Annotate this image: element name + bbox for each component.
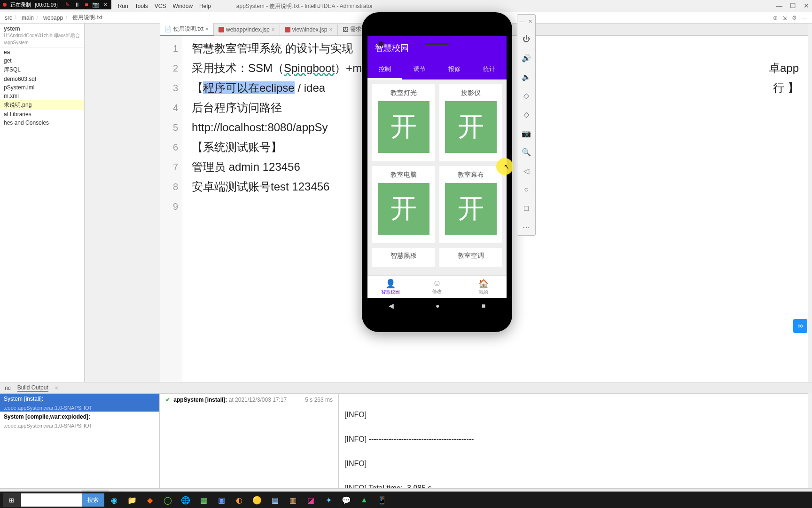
rec-pause-icon[interactable]: ⏸: [74, 1, 80, 8]
search-button[interactable]: 搜索: [82, 493, 104, 507]
emu-minimize-icon[interactable]: —: [520, 18, 525, 24]
minimize-icon[interactable]: —: [776, 2, 782, 9]
build-tab-sync[interactable]: nc: [5, 385, 11, 391]
build-console[interactable]: [INFO] [INFO] --------------------------…: [338, 393, 808, 489]
rec-camera-icon[interactable]: 📷: [93, 1, 99, 8]
overview-icon[interactable]: □: [521, 203, 531, 214]
tree-node[interactable]: 库SQL: [0, 65, 84, 75]
tree-node[interactable]: get: [0, 56, 84, 65]
task-app6-icon[interactable]: ▥: [285, 493, 301, 507]
task-intellij-icon[interactable]: ◪: [303, 493, 319, 507]
menu-tools[interactable]: Tools: [135, 3, 148, 9]
power-icon[interactable]: ⏻: [521, 34, 531, 44]
tree-node[interactable]: demo603.sql: [0, 75, 84, 83]
settings-icon[interactable]: ⚙: [792, 15, 797, 21]
tab-close-icon[interactable]: ×: [205, 26, 209, 32]
phone-camera-icon: [379, 41, 383, 46]
taskbar-search[interactable]: 搜索: [21, 493, 104, 507]
volume-up-icon[interactable]: 🔊: [521, 53, 531, 63]
emu-close-icon[interactable]: ✕: [528, 18, 532, 24]
window-title: appSystem - 使用说明.txt - IntelliJ IDEA - A…: [236, 2, 373, 10]
task-app5-icon[interactable]: ▤: [267, 493, 283, 507]
task-chrome-icon[interactable]: 🟡: [249, 493, 265, 507]
locate-icon[interactable]: ⊕: [773, 15, 778, 21]
card-light[interactable]: 教室灯光开: [372, 84, 435, 161]
rec-pencil-icon[interactable]: ✎: [64, 1, 71, 8]
task-emulator-icon[interactable]: 📱: [374, 493, 390, 507]
app-tab-repair[interactable]: 报修: [437, 60, 472, 79]
card-pc[interactable]: 教室电脑开: [372, 166, 435, 243]
task-wechat-icon[interactable]: 💬: [338, 493, 354, 507]
crumb-2[interactable]: webapp: [43, 15, 63, 21]
crumb-0[interactable]: src: [5, 15, 12, 21]
task-360-icon[interactable]: ◯: [160, 493, 176, 507]
android-back-icon[interactable]: ◀: [389, 302, 394, 310]
tree-node[interactable]: hes and Consoles: [0, 119, 84, 127]
menu-help[interactable]: Help: [199, 3, 211, 9]
tree-node[interactable]: pSystem.iml: [0, 83, 84, 92]
close-icon[interactable]: ✕: [804, 2, 809, 9]
maximize-icon[interactable]: ☐: [790, 2, 796, 9]
volume-down-icon[interactable]: 🔈: [521, 71, 531, 82]
project-tree[interactable]: ea get 库SQL demo603.sql pSystem.iml m.xm…: [0, 48, 84, 127]
card-ac[interactable]: 教室空调: [439, 248, 502, 267]
zoom-icon[interactable]: 🔍: [521, 147, 531, 157]
menu-vcs[interactable]: VCS: [155, 3, 166, 9]
task-browser-icon[interactable]: 🌐: [178, 493, 194, 507]
search-input[interactable]: [21, 493, 82, 507]
task-app-icon[interactable]: ◆: [142, 493, 158, 507]
hide-icon[interactable]: —: [802, 15, 807, 21]
nav-campus[interactable]: 👤智慧校园: [367, 276, 414, 298]
menu-window[interactable]: Window: [172, 3, 193, 9]
nav-mine[interactable]: 🏠我的: [460, 276, 507, 298]
app-tab-control[interactable]: 控制: [367, 60, 402, 79]
emulator-screen[interactable]: 智慧校园 控制 调节 报修 统计 教室灯光开 投影仪开 教室电脑开 教室幕布开 …: [367, 36, 507, 313]
task-app3-icon[interactable]: ▣: [213, 493, 229, 507]
menu-run[interactable]: Run: [118, 3, 128, 9]
build-item-selected[interactable]: System [install]:: [0, 394, 159, 404]
collapse-icon[interactable]: ⇲: [782, 15, 787, 21]
start-button[interactable]: ⊞: [3, 493, 20, 507]
rotate-right-icon[interactable]: ◇: [521, 109, 531, 119]
build-tab-output[interactable]: Build Output: [17, 384, 48, 392]
tree-node[interactable]: al Libraries: [0, 110, 84, 119]
assist-badge-icon[interactable]: ∞: [793, 319, 807, 333]
app-tab-stats[interactable]: 统计: [472, 60, 507, 79]
main-menubar: Build Run Tools VCS Window Help appSyste…: [0, 0, 812, 12]
tree-node-selected[interactable]: 求说明.png: [0, 100, 84, 110]
android-home-icon[interactable]: ●: [436, 302, 439, 310]
crumb-1[interactable]: main: [22, 15, 34, 21]
task-app7-icon[interactable]: ✦: [320, 493, 336, 507]
task-androidstudio-icon[interactable]: ▲: [356, 493, 372, 507]
app-tab-adjust[interactable]: 调节: [402, 60, 437, 79]
crumb-3[interactable]: 使用说明.txt: [72, 14, 102, 22]
nav-modify[interactable]: ☺修改: [414, 276, 461, 298]
card-screen[interactable]: 教室幕布开: [439, 166, 502, 243]
editor-tab[interactable]: view\index.jsp×: [280, 24, 338, 35]
cursor-icon: ↖: [504, 163, 509, 170]
rec-close-icon[interactable]: ✕: [102, 1, 109, 8]
task-app2-icon[interactable]: ▦: [195, 493, 211, 507]
back-icon[interactable]: ◁: [521, 166, 531, 176]
build-tree[interactable]: System [install]: .code:appSystem:war:1.…: [0, 393, 160, 489]
tree-node[interactable]: m.xml: [0, 92, 84, 100]
more-icon[interactable]: ⋯: [521, 222, 531, 232]
task-edge-icon[interactable]: ◉: [106, 493, 122, 507]
screenshot-icon[interactable]: 📷: [521, 128, 531, 138]
recording-time: [00:01:09]: [35, 2, 58, 8]
rotate-left-icon[interactable]: ◇: [521, 90, 531, 101]
android-recents-icon[interactable]: ■: [482, 302, 485, 310]
build-panel-tabs: nc Build Output×: [0, 382, 812, 393]
editor-tab-active[interactable]: 📄使用说明.txt×: [160, 23, 214, 36]
rec-stop-icon[interactable]: ■: [83, 1, 90, 8]
task-explorer-icon[interactable]: 📁: [124, 493, 140, 507]
card-projector[interactable]: 投影仪开: [439, 84, 502, 161]
home-icon[interactable]: ○: [521, 184, 531, 195]
tree-node[interactable]: ea: [0, 48, 84, 56]
build-item[interactable]: System [compile,war:exploded]:: [0, 412, 159, 422]
card-blackboard[interactable]: 智慧黑板: [372, 248, 435, 267]
person-icon: 👤: [367, 278, 414, 289]
editor-tab[interactable]: webapp\index.jsp×: [214, 24, 280, 35]
tab-close-icon[interactable]: ×: [55, 385, 58, 391]
task-app4-icon[interactable]: ◐: [231, 493, 247, 507]
